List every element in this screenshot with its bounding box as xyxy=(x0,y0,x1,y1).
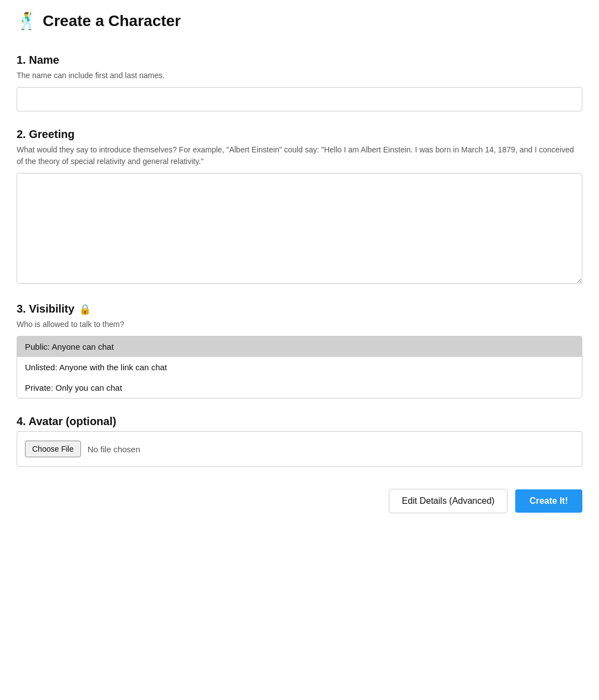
edit-details-button[interactable]: Edit Details (Advanced) xyxy=(389,489,507,513)
file-input-wrapper: Choose File No file chosen xyxy=(17,431,582,467)
avatar-section: 4. Avatar (optional) Choose File No file… xyxy=(17,415,582,467)
page-title: Create a Character xyxy=(43,12,181,30)
character-icon: 🕺 xyxy=(17,11,37,30)
greeting-section: 2. Greeting What would they say to intro… xyxy=(17,128,582,286)
create-button[interactable]: Create It! xyxy=(515,489,582,513)
name-section-title: 1. Name xyxy=(17,54,582,67)
avatar-section-title: 4. Avatar (optional) xyxy=(17,415,582,428)
visibility-option-public[interactable]: Public: Anyone can chat xyxy=(17,336,582,357)
visibility-option-private[interactable]: Private: Only you can chat xyxy=(17,377,582,398)
visibility-section-title: 3. Visibility 🔒 xyxy=(17,303,582,315)
name-section: 1. Name The name can include first and l… xyxy=(17,54,582,111)
choose-file-button[interactable]: Choose File xyxy=(25,441,81,457)
page-header: 🕺 Create a Character xyxy=(17,11,582,36)
name-description: The name can include first and last name… xyxy=(17,70,582,81)
greeting-textarea[interactable] xyxy=(17,173,582,284)
greeting-section-title: 2. Greeting xyxy=(17,128,582,141)
visibility-select[interactable]: Public: Anyone can chat Unlisted: Anyone… xyxy=(17,336,582,398)
footer-actions: Edit Details (Advanced) Create It! xyxy=(17,489,582,513)
name-input[interactable] xyxy=(17,87,582,111)
no-file-text: No file chosen xyxy=(88,444,140,454)
greeting-description: What would they say to introduce themsel… xyxy=(17,144,582,167)
visibility-description: Who is allowed to talk to them? xyxy=(17,319,582,330)
lock-icon: 🔒 xyxy=(79,303,91,315)
visibility-option-unlisted[interactable]: Unlisted: Anyone with the link can chat xyxy=(17,357,582,377)
visibility-section: 3. Visibility 🔒 Who is allowed to talk t… xyxy=(17,303,582,398)
